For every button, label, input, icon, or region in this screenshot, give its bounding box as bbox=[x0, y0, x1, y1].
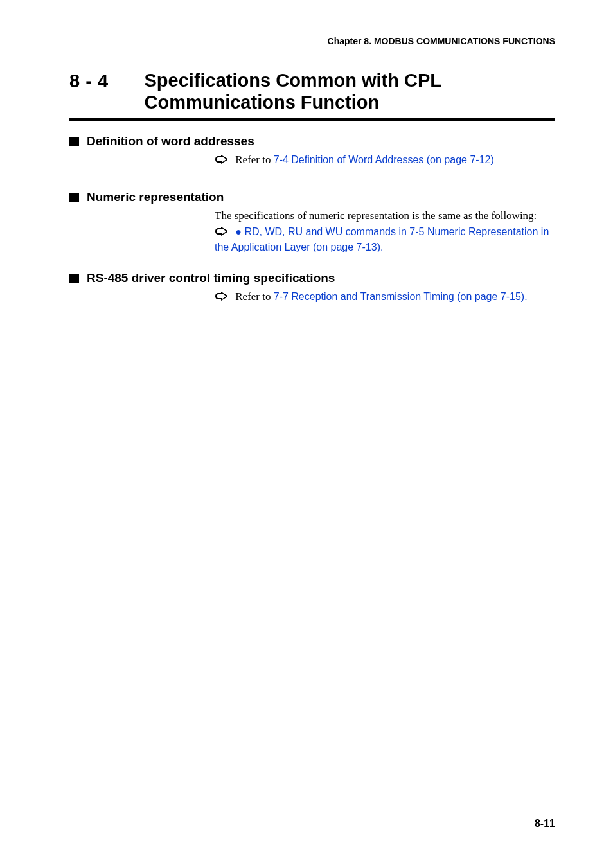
sub2-body-text: The specifications of numeric representa… bbox=[215, 208, 555, 224]
square-bullet-icon bbox=[69, 274, 79, 283]
sub1-body: Refer to 7-4 Definition of Word Addresse… bbox=[69, 152, 555, 168]
xref-text-line1: RD, WD, RU and WU commands in 7-5 Numeri… bbox=[244, 226, 549, 237]
refer-to-text: Refer to bbox=[235, 290, 273, 303]
section-title: Specifications Common with CPL Communica… bbox=[145, 69, 441, 113]
page: Chapter 8. MODBUS COMMUNICATIONS FUNCTIO… bbox=[0, 0, 613, 868]
xref-link-7-5-cont[interactable]: the Application Layer (on page 7-13) bbox=[215, 242, 380, 252]
pointer-icon bbox=[215, 154, 229, 164]
page-number: 8-11 bbox=[535, 818, 555, 829]
sub2-body: The specifications of numeric representa… bbox=[69, 208, 555, 256]
pointer-icon bbox=[215, 226, 229, 236]
title-rule bbox=[69, 118, 555, 121]
sub3-body: Refer to 7-7 Reception and Transmission … bbox=[69, 289, 555, 305]
subheading-rs485-driver-control-timing: RS-485 driver control timing specificati… bbox=[69, 271, 555, 285]
refer-to-text: Refer to bbox=[235, 154, 273, 166]
pointer-icon bbox=[215, 291, 229, 301]
section-number: 8 - 4 bbox=[69, 69, 109, 92]
xref-link-7-5[interactable]: ● RD, WD, RU and WU commands in 7-5 Nume… bbox=[235, 226, 549, 237]
xref-trailing-period: . bbox=[380, 242, 383, 252]
xref-link-7-7[interactable]: 7-7 Reception and Transmission Timing (o… bbox=[274, 291, 524, 302]
section-title-line1: Specifications Common with CPL bbox=[145, 70, 441, 91]
section-title-line2: Communications Function bbox=[145, 92, 380, 112]
subheading-numeric-representation: Numeric representation bbox=[69, 190, 555, 204]
xref-link-7-4[interactable]: 7-4 Definition of Word Addresses (on pag… bbox=[274, 154, 494, 165]
square-bullet-icon bbox=[69, 193, 79, 202]
subheading-text: Definition of word addresses bbox=[87, 134, 254, 148]
bullet-icon: ● bbox=[235, 226, 242, 237]
subheading-text: RS-485 driver control timing specificati… bbox=[87, 271, 335, 285]
xref-trailing-period: . bbox=[524, 291, 527, 302]
subheading-text: Numeric representation bbox=[87, 190, 224, 204]
subheading-definition-of-word-addresses: Definition of word addresses bbox=[69, 134, 555, 148]
section-title-row: 8 - 4 Specifications Common with CPL Com… bbox=[69, 69, 555, 113]
square-bullet-icon bbox=[69, 137, 79, 146]
running-head: Chapter 8. MODBUS COMMUNICATIONS FUNCTIO… bbox=[69, 36, 555, 46]
